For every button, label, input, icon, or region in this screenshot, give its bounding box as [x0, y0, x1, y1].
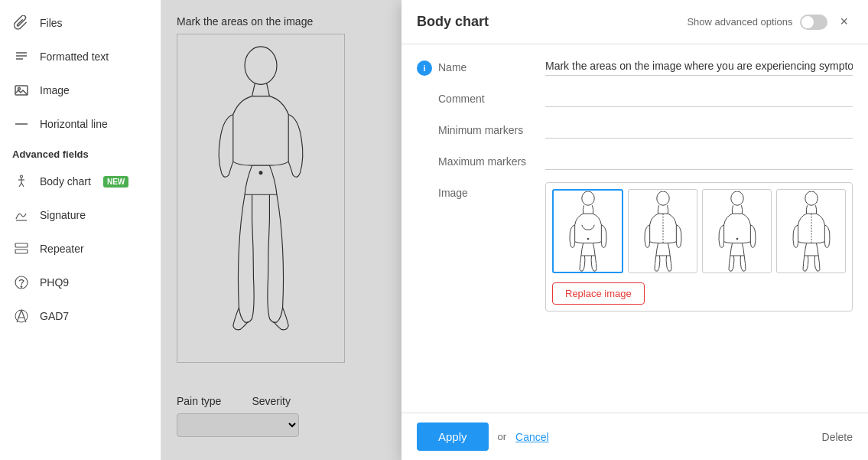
modal-body: i Name Comment Minimum markers: [401, 44, 868, 413]
body-option-3-svg: [710, 191, 764, 272]
svg-point-6: [21, 175, 23, 178]
svg-point-22: [587, 238, 589, 240]
sidebar-item-body-chart[interactable]: Body chart NEW: [0, 165, 161, 198]
modal-footer: Apply or Cancel Delete: [401, 413, 868, 460]
image-option-1[interactable]: [552, 189, 623, 273]
image-options: [552, 189, 846, 273]
comment-input[interactable]: [545, 88, 853, 107]
body-option-1-svg: [561, 191, 615, 272]
image-field-row: Image: [417, 182, 853, 312]
svg-point-27: [805, 191, 817, 205]
name-field-row: i Name: [417, 57, 853, 76]
image-option-4[interactable]: [776, 189, 846, 273]
horizontal-line-icon: [12, 115, 31, 133]
minimum-markers-field-row: Minimum markers: [417, 119, 853, 139]
image-icon: [12, 81, 31, 100]
sidebar-item-repeater[interactable]: Repeater: [0, 232, 161, 266]
info-icon: i: [417, 60, 432, 76]
gad7-icon: [12, 307, 31, 325]
maximum-markers-input[interactable]: [545, 151, 853, 170]
modal-header: Body chart Show advanced options ×: [401, 0, 868, 44]
sidebar: Files Formatted text Image Horiz: [0, 0, 161, 460]
advanced-options-label: Show advanced options: [687, 16, 792, 28]
sidebar-item-phq9[interactable]: PHQ9: [0, 266, 161, 299]
sidebar-item-label-body-chart: Body chart: [40, 175, 91, 188]
svg-point-26: [736, 238, 738, 240]
name-label: Name: [438, 57, 545, 73]
sidebar-item-formatted-text[interactable]: Formatted text: [0, 40, 161, 73]
sidebar-item-label-gad7: GAD7: [40, 310, 69, 322]
or-label: or: [498, 431, 507, 442]
close-button[interactable]: ×: [835, 12, 853, 31]
svg-point-21: [581, 191, 593, 205]
sidebar-item-label-phq9: PHQ9: [40, 276, 69, 289]
sidebar-item-label-horizontal-line: Horizontal line: [40, 118, 108, 130]
body-chart-icon: [12, 172, 31, 191]
advanced-fields-title: Advanced fields: [0, 141, 161, 165]
comment-field-row: Comment: [417, 88, 853, 107]
modal-title: Body chart: [417, 14, 489, 30]
modal-header-right: Show advanced options ×: [687, 12, 853, 31]
repeater-icon: [12, 240, 31, 258]
phq9-icon: [12, 273, 31, 292]
new-badge: NEW: [103, 176, 128, 188]
replace-image-button[interactable]: Replace image: [552, 282, 645, 305]
minimum-markers-input[interactable]: [545, 119, 853, 139]
name-input[interactable]: [545, 57, 853, 76]
svg-point-15: [21, 286, 22, 288]
sidebar-item-label-files: Files: [40, 17, 63, 29]
sidebar-item-image[interactable]: Image: [0, 73, 161, 107]
sidebar-item-label-signature: Signature: [40, 209, 86, 221]
sidebar-item-horizontal-line[interactable]: Horizontal line: [0, 107, 161, 141]
maximum-markers-field-row: Maximum markers: [417, 151, 853, 170]
svg-rect-13: [15, 250, 28, 253]
minimum-markers-label: Minimum markers: [438, 119, 545, 136]
advanced-options-toggle[interactable]: [800, 15, 827, 30]
comment-label: Comment: [438, 88, 545, 105]
image-selector: Replace image: [545, 182, 853, 312]
main-area: Mark the areas on the image: [161, 0, 868, 460]
sidebar-item-gad7[interactable]: GAD7: [0, 299, 161, 333]
sidebar-item-label-image: Image: [40, 84, 70, 96]
image-label: Image: [438, 182, 545, 199]
body-option-2-svg: [636, 191, 690, 272]
sidebar-item-label-repeater: Repeater: [40, 243, 84, 255]
svg-point-16: [15, 310, 28, 322]
svg-line-10: [21, 183, 24, 187]
sidebar-item-label-formatted-text: Formatted text: [40, 51, 109, 63]
sidebar-item-signature[interactable]: Signature: [0, 198, 161, 232]
svg-rect-12: [15, 243, 28, 247]
maximum-markers-label: Maximum markers: [438, 151, 545, 168]
svg-point-23: [656, 191, 668, 205]
paperclip-icon: [12, 14, 31, 32]
formatted-text-icon: [12, 47, 31, 66]
body-option-4-svg: [785, 191, 838, 272]
body-chart-modal: Body chart Show advanced options × i Nam…: [401, 0, 868, 460]
modal-overlay: Body chart Show advanced options × i Nam…: [161, 0, 868, 460]
sidebar-item-files[interactable]: Files: [0, 6, 161, 40]
delete-button[interactable]: Delete: [822, 431, 853, 443]
svg-line-9: [19, 183, 21, 187]
image-option-3[interactable]: [702, 189, 772, 273]
signature-icon: [12, 206, 31, 224]
apply-button[interactable]: Apply: [417, 422, 489, 451]
cancel-button[interactable]: Cancel: [515, 431, 549, 443]
image-option-2[interactable]: [628, 189, 697, 273]
svg-point-25: [730, 191, 743, 205]
